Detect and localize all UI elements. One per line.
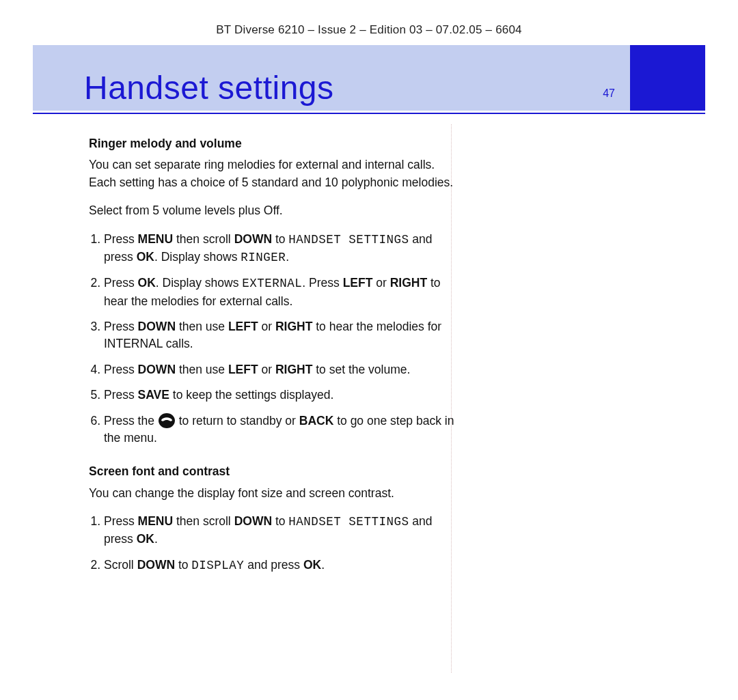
- list-item: Press OK. Display shows EXTERNAL. Press …: [104, 275, 458, 310]
- section-heading-ringer: Ringer melody and volume: [89, 135, 458, 152]
- body-text: You can change the display font size and…: [89, 485, 458, 502]
- text: .: [286, 250, 289, 264]
- manual-page: BT Diverse 6210 – Issue 2 – Edition 03 –…: [0, 0, 738, 700]
- text: or: [258, 320, 275, 333]
- display-text: EXTERNAL: [242, 277, 302, 290]
- text: Press: [104, 388, 138, 402]
- down-key-label: DOWN: [234, 232, 272, 246]
- text: . Display shows: [154, 250, 241, 264]
- document-header: BT Diverse 6210 – Issue 2 – Edition 03 –…: [0, 23, 738, 37]
- svg-point-0: [159, 413, 175, 428]
- text: Press: [104, 363, 138, 376]
- left-key-label: LEFT: [228, 363, 258, 376]
- back-key-label: BACK: [299, 414, 334, 428]
- down-key-label: DOWN: [137, 558, 175, 572]
- left-key-label: LEFT: [228, 320, 258, 333]
- text: Press: [104, 232, 138, 246]
- menu-key-label: MENU: [138, 514, 174, 528]
- text: to set the volume.: [312, 363, 410, 376]
- text: then use: [176, 320, 228, 333]
- title-band: Handset settings 47: [33, 45, 705, 111]
- page-number: 47: [603, 87, 615, 100]
- text: Press: [104, 320, 138, 333]
- text: or: [372, 276, 390, 290]
- list-item: Press the to return to standby or BACK t…: [104, 412, 458, 447]
- end-call-icon: [158, 412, 176, 429]
- text: then scroll: [173, 232, 234, 246]
- menu-key-label: MENU: [138, 232, 174, 246]
- text: or: [258, 363, 275, 376]
- body-text: Select from 5 volume levels plus Off.: [89, 202, 458, 219]
- list-item: Scroll DOWN to DISPLAY and press OK.: [104, 557, 458, 574]
- ok-key-label: OK: [138, 276, 156, 290]
- section-heading-screen: Screen font and contrast: [89, 463, 458, 480]
- display-text: HANDSET SETTINGS: [288, 233, 409, 247]
- right-key-label: RIGHT: [275, 363, 312, 376]
- steps-list-screen: Press MENU then scroll DOWN to HANDSET S…: [89, 513, 458, 574]
- list-item: Press DOWN then use LEFT or RIGHT to set…: [104, 361, 458, 378]
- text: .: [321, 558, 325, 572]
- text: to: [175, 558, 191, 572]
- text: to: [272, 232, 288, 246]
- text: .: [154, 532, 158, 546]
- steps-list-ringer: Press MENU then scroll DOWN to HANDSET S…: [89, 231, 458, 447]
- content-column: Ringer melody and volume You can set sep…: [89, 134, 458, 591]
- ok-key-label: OK: [137, 532, 154, 546]
- save-key-label: SAVE: [138, 388, 169, 402]
- right-key-label: RIGHT: [390, 276, 427, 290]
- text: and press: [244, 558, 303, 572]
- down-key-label: DOWN: [138, 320, 176, 333]
- list-item: Press SAVE to keep the settings displaye…: [104, 387, 458, 404]
- right-key-label: RIGHT: [275, 320, 312, 333]
- text: then scroll: [173, 514, 234, 528]
- text: . Press: [302, 276, 342, 290]
- display-text: RINGER: [241, 251, 286, 264]
- down-key-label: DOWN: [138, 363, 176, 376]
- left-key-label: LEFT: [343, 276, 373, 290]
- title-band-right: [630, 45, 705, 111]
- ok-key-label: OK: [137, 250, 154, 264]
- text: to: [272, 514, 288, 528]
- text: Scroll: [104, 558, 137, 572]
- body-text: You can set separate ring melodies for e…: [89, 156, 458, 191]
- ok-key-label: OK: [303, 558, 321, 572]
- title-underline: [33, 113, 705, 114]
- text: to return to standby or: [179, 414, 299, 428]
- list-item: Press MENU then scroll DOWN to HANDSET S…: [104, 231, 458, 267]
- text: to keep the settings displayed.: [169, 388, 333, 402]
- text: . Display shows: [156, 276, 242, 290]
- page-title: Handset settings: [84, 69, 334, 107]
- text: Press: [104, 514, 138, 528]
- text: then use: [176, 363, 228, 376]
- text: Press the: [104, 414, 158, 428]
- down-key-label: DOWN: [234, 514, 272, 528]
- text: Press: [104, 276, 138, 290]
- list-item: Press MENU then scroll DOWN to HANDSET S…: [104, 513, 458, 548]
- display-text: HANDSET SETTINGS: [288, 515, 409, 529]
- display-text: DISPLAY: [191, 559, 244, 572]
- list-item: Press DOWN then use LEFT or RIGHT to hea…: [104, 318, 458, 353]
